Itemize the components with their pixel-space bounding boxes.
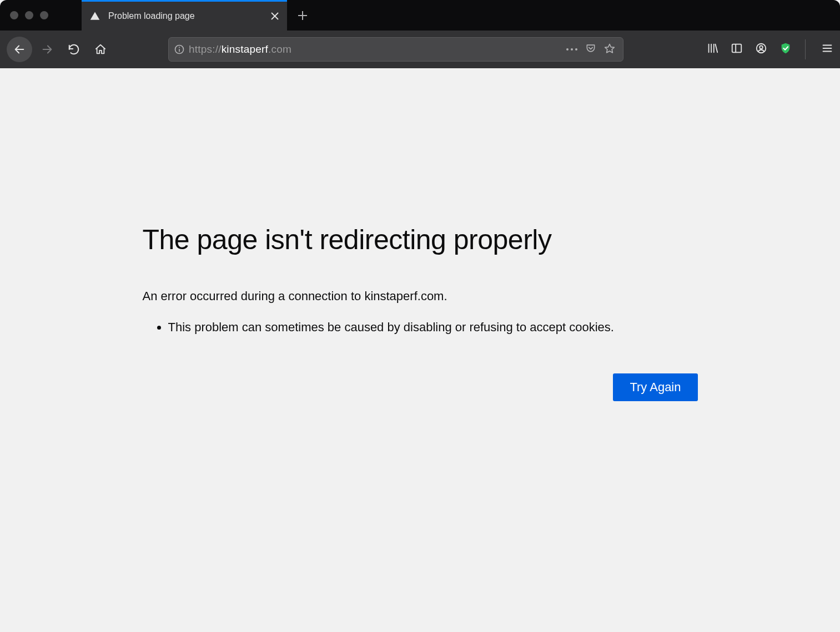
reload-button[interactable]: [62, 38, 85, 61]
browser-tab[interactable]: Problem loading page: [82, 0, 287, 31]
tab-title: Problem loading page: [108, 11, 263, 21]
toolbar-right: [706, 39, 833, 59]
close-tab-button[interactable]: [270, 12, 279, 21]
maximize-window-button[interactable]: [40, 11, 48, 19]
sidebar-icon[interactable]: [731, 42, 743, 57]
url-suffix: .com: [268, 43, 291, 55]
shield-icon[interactable]: [779, 42, 792, 57]
error-card: The page isn't redirecting properly An e…: [143, 224, 698, 401]
home-button[interactable]: [89, 38, 112, 61]
svg-point-10: [179, 47, 180, 48]
account-icon[interactable]: [755, 42, 767, 57]
error-subtitle: An error occurred during a connection to…: [143, 289, 698, 304]
minimize-window-button[interactable]: [25, 11, 33, 19]
svg-marker-11: [605, 44, 615, 53]
bookmark-icon[interactable]: [604, 43, 615, 56]
url-host: kinstaperf: [222, 43, 268, 55]
new-tab-button[interactable]: [294, 7, 311, 24]
page-actions-icon[interactable]: [566, 48, 577, 50]
address-bar-actions: [566, 43, 618, 56]
separator: [805, 39, 806, 59]
svg-rect-0: [94, 14, 95, 17]
window-controls: [10, 11, 48, 19]
try-again-button[interactable]: Try Again: [613, 373, 697, 401]
error-title: The page isn't redirecting properly: [143, 224, 698, 256]
library-icon[interactable]: [706, 42, 718, 57]
address-bar[interactable]: https://kinstaperf.com: [168, 37, 623, 62]
error-bullet: This problem can sometimes be caused by …: [168, 320, 698, 335]
toolbar: https://kinstaperf.com: [0, 31, 840, 68]
back-button[interactable]: [7, 37, 32, 62]
forward-button[interactable]: [36, 38, 59, 61]
svg-line-15: [716, 44, 718, 53]
page-content: The page isn't redirecting properly An e…: [0, 68, 840, 632]
svg-point-19: [759, 45, 763, 49]
url-text: https://kinstaperf.com: [189, 43, 563, 55]
hamburger-menu-icon[interactable]: [821, 42, 833, 57]
svg-rect-16: [732, 44, 742, 53]
titlebar: Problem loading page: [0, 0, 840, 31]
url-protocol: https://: [189, 43, 222, 55]
error-details: This problem can sometimes be caused by …: [143, 320, 698, 335]
site-info-icon[interactable]: [173, 43, 185, 55]
pocket-icon[interactable]: [585, 43, 596, 56]
svg-rect-1: [94, 18, 95, 19]
warning-icon: [89, 11, 100, 22]
close-window-button[interactable]: [10, 11, 18, 19]
